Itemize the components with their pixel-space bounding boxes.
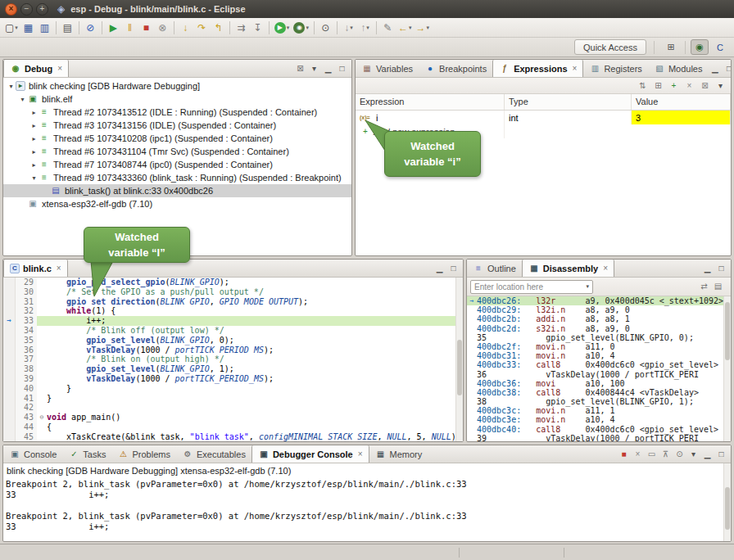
debug-tree-row[interactable]: ▾≡Thread #9 1073433360 (blink_task : Run… (3, 171, 351, 184)
remove-expression-button[interactable]: × (682, 79, 696, 93)
new-wizard-button[interactable]: ▢▾ (3, 20, 20, 36)
code-line[interactable]: 29 gpio_pad_select_gpio(BLINK_GPIO); (3, 278, 463, 287)
disasm-line[interactable]: 400dbc2d: s32i.n a8, a9, 0 (467, 324, 731, 333)
console-output[interactable]: Breakpoint 2, blink_task (pvParameter=0x… (3, 478, 731, 533)
code-line[interactable]: 43⊖void app_main() (3, 413, 463, 422)
terminate-console-button[interactable]: ■ (617, 447, 631, 461)
twisty-icon[interactable]: ▸ (29, 161, 39, 169)
back-button[interactable]: ←▾ (396, 20, 414, 36)
sync-active-context-button[interactable]: ⇄ (697, 280, 711, 294)
code-line[interactable]: 34 /* Blink off (output low) */ (3, 326, 463, 336)
debug-button[interactable]: ◉▾ (292, 20, 310, 36)
save-button[interactable]: ▦ (20, 20, 36, 36)
debug-tree-row[interactable]: ▸≡Thread #6 1073431104 (Tmr Svc) (Suspen… (3, 145, 351, 158)
chevron-down-icon[interactable]: ▾ (586, 283, 589, 290)
code-line[interactable]: 42 (3, 403, 463, 413)
step-into-button[interactable]: ↓ (178, 20, 193, 36)
location-combo[interactable]: Enter location here ▾ (470, 280, 593, 294)
tab-console[interactable]: ▣Console (3, 445, 62, 463)
skip-all-breakpoints-button[interactable]: ⊘ (83, 20, 98, 36)
code-line[interactable]: 44{ (3, 422, 463, 432)
remove-all-terminated-button[interactable]: ⊠ (293, 61, 307, 75)
tab-debugger-console[interactable]: ▣Debugger Console× (251, 445, 369, 463)
console-scrollbar[interactable] (723, 463, 731, 541)
debug-tree-row[interactable]: ▸≡Thread #2 1073413512 (IDLE : Running) … (3, 106, 351, 119)
step-return-button[interactable]: ↰ (211, 20, 226, 36)
tab-breakpoints[interactable]: ●Breakpoints (419, 60, 492, 77)
window-close-button[interactable]: × (5, 3, 17, 16)
debug-tree-row[interactable]: ▣xtensa-esp32-elf-gdb (7.10) (3, 197, 351, 210)
disasm-line[interactable]: 36 vTaskDelay(1000 / portTICK_PERI (467, 370, 731, 379)
disasm-line[interactable]: 400dbc3c: movi.n a11, 1 (467, 406, 731, 415)
twisty-icon[interactable]: ▾ (7, 83, 16, 90)
save-all-button[interactable]: ▥ (37, 20, 52, 36)
twisty-icon[interactable]: ▸ (29, 109, 39, 116)
code-line[interactable]: 45 xTaskCreate(&blink_task, "blink_task"… (3, 432, 463, 441)
disassembly-scrollbar[interactable] (723, 296, 731, 441)
tab-debug[interactable]: ◉Debug× (3, 60, 69, 77)
search-button[interactable]: ⊙ (318, 20, 333, 36)
fold-icon[interactable]: ⊖ (40, 413, 44, 421)
close-icon[interactable]: × (57, 64, 62, 73)
editor-body[interactable]: 29 gpio_pad_select_gpio(BLINK_GPIO);30 /… (3, 278, 463, 441)
minimize-button[interactable]: ▁ (321, 61, 335, 75)
remove-launch-button[interactable]: × (631, 447, 645, 461)
disasm-line[interactable]: 400dbc33: call8 0x400dc6c0 <gpio_set_lev… (467, 360, 731, 369)
code-line[interactable]: 36 vTaskDelay(1000 / portTICK_PERIOD_MS)… (3, 345, 463, 355)
disasm-line[interactable]: 400dbc2b: addi.n a8, a8, 1 (467, 314, 731, 323)
debug-tree-row[interactable]: ▾▣blink.elf (3, 93, 351, 106)
editor-scrollbar[interactable] (455, 278, 463, 441)
quick-access-button[interactable]: Quick Access (574, 39, 646, 55)
add-expression-button[interactable]: + (667, 79, 681, 93)
maximize-button[interactable]: □ (446, 261, 460, 275)
step-over-button[interactable]: ↷ (194, 20, 210, 36)
code-line[interactable]: 31 gpio_set_direction(BLINK_GPIO, GPIO_M… (3, 297, 463, 307)
previous-annotation-button[interactable]: ↑▾ (357, 20, 373, 36)
disconnect-button[interactable]: ⊗ (155, 20, 170, 36)
maximize-button[interactable]: □ (714, 261, 728, 275)
debug-tree-row[interactable]: ▤blink_task() at blink.c:33 0x400dbc26 (3, 184, 351, 197)
code-line[interactable]: 37 /* Blink on (output high) */ (3, 355, 463, 364)
disassembly-body[interactable]: →400dbc26: l32r a9, 0x400d045c <_stext+1… (467, 296, 731, 441)
code-line[interactable]: 35 gpio_set_level(BLINK_GPIO, 0); (3, 336, 463, 345)
twisty-icon[interactable]: ▸ (29, 135, 39, 142)
view-menu-button[interactable]: ▾ (686, 447, 700, 461)
show-source-button[interactable]: ▤ (711, 280, 725, 294)
open-perspective-button[interactable]: ⊞ (662, 39, 680, 55)
disasm-line[interactable]: 400dbc38: call8 0x400844c4 <vTaskDelay> (467, 388, 731, 397)
tab-executables[interactable]: ⚙Executables (176, 445, 251, 463)
maximize-button[interactable]: □ (335, 61, 349, 75)
suspend-button[interactable]: ‖ (122, 20, 138, 36)
disasm-line[interactable]: 400dbc40: call8 0x400dc6c0 <gpio_set_lev… (467, 425, 731, 434)
pin-console-button[interactable]: ⊙ (673, 447, 686, 461)
code-line[interactable]: 30 /* Set the GPIO as a push/pull output… (3, 287, 463, 297)
code-line[interactable]: 39 vTaskDelay(1000 / portTICK_PERIOD_MS)… (3, 374, 463, 384)
minimize-button[interactable]: ▁ (708, 61, 722, 75)
code-line[interactable]: →33 i++; (3, 316, 463, 326)
tab-memory[interactable]: ▦Memory (369, 445, 428, 463)
maximize-button[interactable]: □ (714, 447, 728, 461)
terminate-button[interactable]: ■ (138, 20, 154, 36)
disasm-line[interactable]: 400dbc31: movi.n a10, 4 (467, 351, 731, 360)
twisty-icon[interactable]: ▸ (29, 122, 39, 129)
disasm-line[interactable]: 39 vTaskDelay(1000 / portTICK_PERI (467, 434, 731, 441)
view-menu-button[interactable]: ▾ (714, 79, 727, 93)
tab-problems[interactable]: ⚠Problems (111, 445, 175, 463)
minimize-button[interactable]: ▁ (700, 447, 714, 461)
window-maximize-button[interactable]: + (36, 3, 48, 16)
close-icon[interactable]: × (603, 264, 608, 273)
disasm-line[interactable]: 38 gpio_set_level(BLINK_GPIO, 1); (467, 397, 731, 406)
debug-tree-row[interactable]: ▸≡Thread #5 1073410208 (ipc1) (Suspended… (3, 132, 351, 145)
tab-tasks[interactable]: ✓Tasks (62, 445, 111, 463)
debug-tree-row[interactable]: ▸≡Thread #3 1073413156 (IDLE) (Suspended… (3, 119, 351, 132)
close-icon[interactable]: × (57, 264, 61, 273)
tab-disassembly[interactable]: ▦Disassembly× (522, 260, 614, 277)
twisty-icon[interactable]: ▾ (29, 174, 39, 182)
scroll-lock-button[interactable]: ⊼ (659, 447, 673, 461)
debug-tree-row[interactable]: ▾▸blink checking [GDB Hardware Debugging… (3, 79, 351, 93)
maximize-button[interactable]: □ (722, 61, 732, 75)
tab-blink-c[interactable]: Cblink.c× (3, 260, 68, 277)
debug-tree-row[interactable]: ▸≡Thread #7 1073408744 (ipc0) (Suspended… (3, 158, 351, 171)
disasm-line[interactable]: 400dbc2f: movi.n a11, 0 (467, 342, 731, 351)
close-icon[interactable]: × (358, 449, 363, 458)
